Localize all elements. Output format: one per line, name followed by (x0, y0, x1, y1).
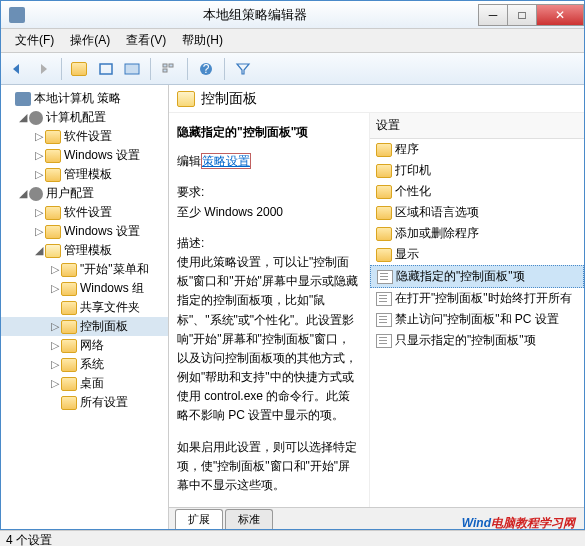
nav-tree[interactable]: 本地计算机 策略 ◢计算机配置 ▷软件设置 ▷Windows 设置 ▷管理模板 … (1, 85, 169, 529)
tree-label: 计算机配置 (46, 109, 106, 126)
console-button[interactable] (120, 57, 144, 81)
collapse-icon[interactable]: ◢ (17, 187, 29, 200)
folder-icon (376, 227, 392, 241)
tree-control-panel[interactable]: ▷控制面板 (1, 317, 168, 336)
tree-system[interactable]: ▷系统 (1, 355, 168, 374)
list-item-label: 添加或删除程序 (395, 225, 479, 242)
tree-c-windows[interactable]: ▷Windows 设置 (1, 146, 168, 165)
folder-icon (61, 339, 77, 353)
tree-root[interactable]: 本地计算机 策略 (1, 89, 168, 108)
expand-icon[interactable]: ▷ (49, 339, 61, 352)
tree-desktop[interactable]: ▷桌面 (1, 374, 168, 393)
root-icon (15, 92, 31, 106)
list-item[interactable]: 添加或删除程序 (370, 223, 584, 244)
desc-p2: 如果启用此设置，则可以选择特定项，使"控制面板"窗口和"开始"屏幕中不显示这些项… (177, 438, 361, 496)
folder-icon (61, 377, 77, 391)
list-item[interactable]: 程序 (370, 139, 584, 160)
tree-label: 共享文件夹 (80, 299, 140, 316)
close-button[interactable]: ✕ (536, 4, 584, 26)
folder-icon (61, 282, 77, 296)
expand-icon[interactable]: ▷ (49, 320, 61, 333)
up-folder-button[interactable] (68, 57, 92, 81)
detail-title: 隐藏指定的"控制面板"项 (177, 123, 361, 142)
list-header[interactable]: 设置 (370, 113, 584, 139)
folder-icon (61, 396, 77, 410)
expand-icon[interactable]: ▷ (49, 282, 61, 295)
maximize-button[interactable]: □ (507, 4, 537, 26)
forward-button[interactable] (31, 57, 55, 81)
svg-rect-4 (169, 64, 173, 67)
tree-c-admin[interactable]: ▷管理模板 (1, 165, 168, 184)
menu-help[interactable]: 帮助(H) (174, 30, 231, 51)
window-title: 本地组策略编辑器 (31, 6, 479, 24)
menu-action[interactable]: 操作(A) (62, 30, 118, 51)
folder-icon (376, 248, 392, 262)
tab-extended[interactable]: 扩展 (175, 509, 223, 529)
policy-icon (376, 313, 392, 327)
tree-label: 所有设置 (80, 394, 128, 411)
list-item-label: 在打开"控制面板"时始终打开所有 (395, 290, 572, 307)
list-item[interactable]: 隐藏指定的"控制面板"项 (370, 265, 584, 288)
settings-list[interactable]: 设置 程序打印机个性化区域和语言选项添加或删除程序显示隐藏指定的"控制面板"项在… (369, 113, 584, 507)
tree-shared[interactable]: 共享文件夹 (1, 298, 168, 317)
gear-icon (29, 187, 43, 201)
collapse-icon[interactable]: ◢ (33, 244, 45, 257)
expand-icon[interactable]: ▷ (33, 149, 45, 162)
tree-u-software[interactable]: ▷软件设置 (1, 203, 168, 222)
tree-user-config[interactable]: ◢用户配置 (1, 184, 168, 203)
back-button[interactable] (5, 57, 29, 81)
help-button[interactable]: ? (194, 57, 218, 81)
list-item[interactable]: 只显示指定的"控制面板"项 (370, 330, 584, 351)
menu-view[interactable]: 查看(V) (118, 30, 174, 51)
tree-label: "开始"菜单和 (80, 261, 149, 278)
tree-label: 系统 (80, 356, 104, 373)
folder-icon (45, 130, 61, 144)
properties-button[interactable] (94, 57, 118, 81)
expand-icon[interactable]: ▷ (49, 263, 61, 276)
folder-icon (376, 143, 392, 157)
list-item[interactable]: 在打开"控制面板"时始终打开所有 (370, 288, 584, 309)
list-item-label: 打印机 (395, 162, 431, 179)
tree-c-software[interactable]: ▷软件设置 (1, 127, 168, 146)
list-item[interactable]: 区域和语言选项 (370, 202, 584, 223)
tree-label: 软件设置 (64, 204, 112, 221)
filter-button[interactable] (231, 57, 255, 81)
tree-network[interactable]: ▷网络 (1, 336, 168, 355)
tree-all-settings[interactable]: 所有设置 (1, 393, 168, 412)
tree-u-admin[interactable]: ◢管理模板 (1, 241, 168, 260)
folder-icon (45, 149, 61, 163)
tree-computer-config[interactable]: ◢计算机配置 (1, 108, 168, 127)
list-item[interactable]: 个性化 (370, 181, 584, 202)
expand-icon[interactable]: ▷ (33, 130, 45, 143)
minimize-button[interactable]: ─ (478, 4, 508, 26)
tree-label: Windows 设置 (64, 147, 140, 164)
right-header-title: 控制面板 (201, 90, 257, 108)
collapse-icon[interactable]: ◢ (17, 111, 29, 124)
tab-standard[interactable]: 标准 (225, 509, 273, 529)
tree-startmenu[interactable]: ▷"开始"菜单和 (1, 260, 168, 279)
tree-label: Windows 设置 (64, 223, 140, 240)
expand-icon[interactable]: ▷ (49, 358, 61, 371)
menu-file[interactable]: 文件(F) (7, 30, 62, 51)
svg-rect-2 (163, 64, 167, 67)
list-item[interactable]: 打印机 (370, 160, 584, 181)
tree-windows-components[interactable]: ▷Windows 组 (1, 279, 168, 298)
expand-icon[interactable]: ▷ (33, 225, 45, 238)
menubar: 文件(F) 操作(A) 查看(V) 帮助(H) (1, 29, 584, 53)
expand-icon[interactable]: ▷ (33, 168, 45, 181)
policy-settings-link[interactable]: 策略设置 (201, 153, 251, 169)
tree-u-windows[interactable]: ▷Windows 设置 (1, 222, 168, 241)
expand-icon[interactable]: ▷ (33, 206, 45, 219)
list-button[interactable] (157, 57, 181, 81)
body: 本地计算机 策略 ◢计算机配置 ▷软件设置 ▷Windows 设置 ▷管理模板 … (1, 85, 584, 529)
folder-icon (61, 301, 77, 315)
tree-label: 软件设置 (64, 128, 112, 145)
folder-open-icon (45, 244, 61, 258)
expand-icon[interactable]: ▷ (49, 377, 61, 390)
list-item[interactable]: 显示 (370, 244, 584, 265)
svg-rect-3 (163, 69, 167, 72)
list-item-label: 程序 (395, 141, 419, 158)
list-item[interactable]: 禁止访问"控制面板"和 PC 设置 (370, 309, 584, 330)
desc-text: 使用此策略设置，可以让"控制面板"窗口和"开始"屏幕中显示或隐藏指定的控制面板项… (177, 253, 361, 426)
tree-label: 网络 (80, 337, 104, 354)
